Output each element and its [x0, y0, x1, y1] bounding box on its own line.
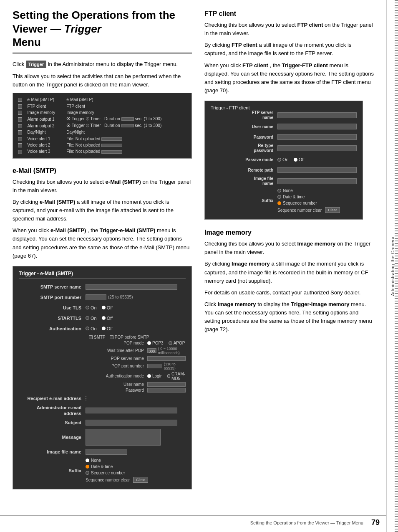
- suffix-none-radio[interactable]: [86, 459, 89, 462]
- trigger-badge: Trigger: [26, 61, 46, 68]
- image-memory-para4: Click Image memory to display the Trigge…: [204, 300, 374, 334]
- auth-on-radio[interactable]: [86, 327, 89, 330]
- ftp-clear-button[interactable]: Clear: [325, 207, 340, 213]
- recipient-email-2[interactable]: [86, 398, 86, 399]
- intro-paragraph-1: Click Trigger in the Administrator menu …: [13, 60, 192, 68]
- email-section-title: e-Mail (SMTP): [13, 167, 192, 175]
- starttls-off-radio[interactable]: [102, 316, 106, 320]
- smtp-server-row: SMTP server name: [19, 283, 186, 291]
- trigger-panel-image: e-Mail (SMTP) e-Mail (SMTP) FTP client F…: [13, 93, 192, 159]
- page-title: Setting the Operations from the Viewer —…: [13, 8, 192, 49]
- cram-md5-radio[interactable]: [167, 374, 170, 378]
- side-tab-label: Administrating the Camera: [390, 236, 395, 296]
- apop-radio[interactable]: [169, 341, 172, 345]
- message-row: Message: [19, 429, 186, 446]
- smtp-port-input[interactable]: [86, 294, 106, 300]
- admin-email-input[interactable]: [86, 408, 177, 413]
- ftp-para1: Checking this box allows you to select F…: [204, 21, 374, 38]
- ftp-para2: By clicking FTP client a still image of …: [204, 41, 374, 58]
- ftp-passive-row: Passive mode On Off: [211, 155, 357, 164]
- ftp-retype-row: Re-typepassword: [211, 143, 357, 153]
- suffix-row: Suffix None Date & time Sequence numb: [19, 458, 186, 483]
- subject-input[interactable]: [86, 420, 177, 426]
- message-textarea[interactable]: [86, 429, 161, 446]
- image-memory-para1: Checking this box allows you to select I…: [204, 240, 374, 256]
- page-footer: Setting the Operations from the Viewer —…: [0, 515, 386, 527]
- smtp-panel-title: Trigger - e-Mail (SMTP): [19, 271, 186, 279]
- starttls-row: STARTTLS On Off: [19, 314, 186, 322]
- page-number: 79: [371, 518, 380, 527]
- login-radio[interactable]: [147, 374, 151, 378]
- ftp-user-input[interactable]: [277, 124, 357, 129]
- left-column: Setting the Operations from the Viewer —…: [13, 8, 192, 515]
- ftp-suffix-row: Suffix None Date & time Sequence numb: [211, 188, 357, 213]
- image-memory-para3: For details on usable cards, contact you…: [204, 289, 374, 297]
- image-filename-input[interactable]: [86, 449, 127, 455]
- smtp-panel: Trigger - e-Mail (SMTP) SMTP server name…: [13, 266, 192, 490]
- intro-paragraph-2: This allows you to select the activities…: [13, 72, 192, 89]
- suffix-seqnum-radio[interactable]: [86, 471, 89, 475]
- side-tab-decoration: [395, 0, 398, 532]
- recipient-email-1[interactable]: [86, 396, 86, 397]
- email-para2: By clicking e-Mail (SMTP) a still image …: [13, 198, 192, 223]
- right-column: FTP client Checking this box allows you …: [204, 8, 374, 515]
- side-tab: Administrating the Camera: [386, 0, 398, 532]
- ftp-panel-title: Trigger - FTP client: [211, 105, 357, 110]
- ftp-pass-input[interactable]: [277, 134, 357, 140]
- tls-on-radio[interactable]: [86, 306, 89, 309]
- ftp-pass-row: Password: [211, 133, 357, 141]
- ftp-imgname-input[interactable]: [277, 178, 357, 184]
- auth-row: Authentication On Off: [19, 324, 186, 333]
- pop3-radio[interactable]: [147, 341, 151, 345]
- footer-text: Setting the Operations from the Viewer —…: [250, 520, 363, 525]
- starttls-on-radio[interactable]: [86, 316, 89, 320]
- use-tls-row: Use TLS On Off: [19, 304, 186, 312]
- ftp-passive-off-radio[interactable]: [294, 158, 297, 162]
- smtp-server-input[interactable]: [86, 284, 177, 290]
- footer-divider: [367, 519, 367, 526]
- ftp-imgname-row: Image filename: [211, 176, 357, 186]
- pop-wait-input[interactable]: 300: [147, 348, 156, 353]
- ftp-suffix-seqnum-radio[interactable]: [277, 201, 281, 205]
- tls-off-radio[interactable]: [102, 306, 106, 309]
- pop-port-input[interactable]: [147, 364, 162, 368]
- image-memory-title: Image memory: [204, 229, 374, 236]
- ftp-section-title: FTP client: [204, 10, 374, 18]
- smtp-port-row: SMTP port number (25 to 65535): [19, 293, 186, 301]
- smtp-pass-input[interactable]: [147, 388, 186, 393]
- image-memory-section: Image memory Checking this box allows yo…: [204, 229, 374, 334]
- ftp-user-row: User name: [211, 122, 357, 131]
- auth-sub-group: SMTP POP before SMTP POP mode POP3: [19, 335, 186, 393]
- pop-server-input[interactable]: [147, 356, 186, 361]
- smtp-user-input[interactable]: [147, 382, 186, 387]
- ftp-retype-input[interactable]: [277, 145, 357, 151]
- ftp-suffix-none-radio[interactable]: [277, 189, 281, 193]
- suffix-datetime-radio[interactable]: [86, 465, 89, 469]
- ftp-remote-input[interactable]: [277, 167, 357, 173]
- ftp-panel: Trigger - FTP client FTP servername User…: [204, 101, 363, 220]
- image-memory-para2: By clicking Image memory a still image o…: [204, 260, 374, 285]
- smtp-clear-button[interactable]: Clear: [133, 477, 148, 483]
- ftp-para3: When you click FTP client , the Trigger-…: [204, 61, 374, 95]
- email-para3: When you click e-Mail (SMTP) , the Trigg…: [13, 226, 192, 260]
- ftp-server-row: FTP servername: [211, 110, 357, 120]
- email-para1: Checking this box allows you to select e…: [13, 178, 192, 195]
- ftp-remote-row: Remote path: [211, 166, 357, 174]
- page-title-block: Setting the Operations from the Viewer —…: [13, 8, 192, 53]
- recipient-row: Recipient e-mail address: [19, 394, 186, 403]
- auth-off-radio[interactable]: [102, 327, 106, 330]
- recipient-email-3[interactable]: [86, 400, 86, 400]
- ftp-server-input[interactable]: [277, 112, 357, 118]
- ftp-passive-on-radio[interactable]: [277, 158, 281, 162]
- ftp-suffix-datetime-radio[interactable]: [277, 195, 281, 199]
- admin-email-row: Administrator e-mail address: [19, 405, 186, 417]
- image-filename-row: Image file name: [19, 448, 186, 456]
- subject-row: Subject: [19, 418, 186, 427]
